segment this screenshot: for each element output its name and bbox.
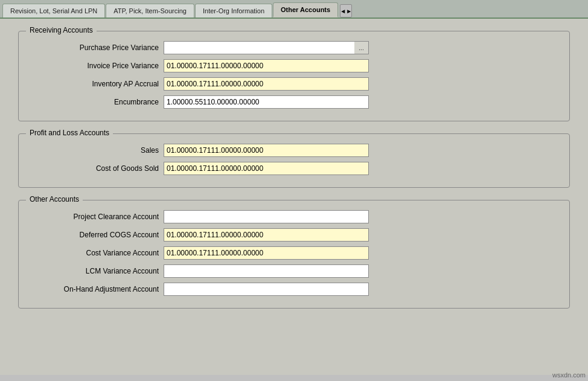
field-label: Purchase Price Variance (31, 43, 164, 52)
other-accounts-title: Other Accounts (26, 195, 83, 203)
browse-button[interactable]: ... (354, 41, 369, 54)
tab-inter-org[interactable]: Inter-Org Information (195, 4, 272, 18)
receiving-accounts-section: Receiving Accounts Purchase Price Varian… (18, 31, 570, 121)
form-row: Project Clearance Account (31, 210, 557, 223)
field-input[interactable] (164, 95, 369, 109)
tab-revision[interactable]: Revision, Lot, Serial And LPN (2, 4, 105, 18)
tab-scroll-button[interactable]: ◄► (340, 4, 352, 18)
form-row: Sales (31, 144, 557, 157)
watermark: wsxdn.com (552, 371, 586, 379)
field-input[interactable] (164, 41, 354, 54)
field-input[interactable] (164, 264, 369, 278)
field-label: Encumbrance (31, 98, 164, 106)
tab-other-accounts[interactable]: Other Accounts (273, 2, 338, 18)
form-row: Cost of Goods Sold (31, 162, 557, 175)
form-row: Inventory AP Accrual (31, 77, 557, 91)
form-row: Cost Variance Account (31, 246, 557, 260)
field-label: Deferred COGS Account (31, 231, 164, 239)
form-row: LCM Variance Account (31, 264, 557, 278)
profit-loss-section: Profit and Loss Accounts SalesCost of Go… (18, 133, 570, 188)
field-input[interactable] (164, 210, 369, 223)
field-input[interactable] (164, 77, 369, 91)
field-label: Cost Variance Account (31, 249, 164, 257)
profit-loss-title: Profit and Loss Accounts (26, 129, 113, 137)
field-label: Inventory AP Accrual (31, 80, 164, 88)
field-input[interactable] (164, 162, 369, 175)
tab-atp[interactable]: ATP, Pick, Item-Sourcing (106, 4, 194, 18)
form-row: Encumbrance (31, 95, 557, 109)
tab-bar: Revision, Lot, Serial And LPNATP, Pick, … (0, 0, 588, 19)
field-label: LCM Variance Account (31, 267, 164, 275)
field-input[interactable] (164, 246, 369, 260)
field-input[interactable] (164, 283, 369, 296)
field-label: On-Hand Adjustment Account (31, 285, 164, 293)
field-input[interactable] (164, 228, 369, 242)
form-row: On-Hand Adjustment Account (31, 283, 557, 296)
form-row: Invoice Price Variance (31, 59, 557, 72)
input-with-browse: ... (164, 41, 369, 54)
field-label: Invoice Price Variance (31, 62, 164, 70)
main-content: Receiving Accounts Purchase Price Varian… (0, 19, 588, 375)
field-label: Sales (31, 146, 164, 155)
field-input[interactable] (164, 59, 369, 72)
form-row: Deferred COGS Account (31, 228, 557, 242)
field-label: Cost of Goods Sold (31, 164, 164, 173)
other-accounts-section: Other Accounts Project Clearance Account… (18, 200, 570, 309)
form-row: Purchase Price Variance... (31, 41, 557, 54)
receiving-accounts-title: Receiving Accounts (26, 26, 97, 34)
field-label: Project Clearance Account (31, 213, 164, 221)
field-input[interactable] (164, 144, 369, 157)
